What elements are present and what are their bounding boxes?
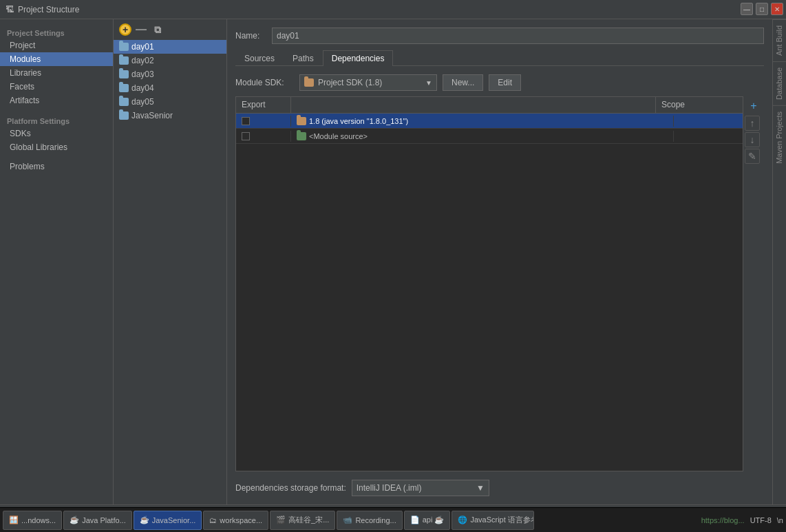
deps-cell-scope-sdk bbox=[674, 120, 743, 123]
folder-icon bbox=[119, 84, 129, 92]
right-panel-database[interactable]: Database bbox=[773, 61, 786, 105]
taskbar-label: JavaScript 语言参考... bbox=[470, 515, 534, 525]
sdk-label: Module SDK: bbox=[235, 78, 294, 87]
taskbar-item-2[interactable]: ☕ JavaSenior... bbox=[134, 511, 202, 530]
tree-item-javasenior[interactable]: JavaSenior bbox=[114, 109, 226, 123]
title-bar: 🏗 Project Structure — □ ✕ bbox=[0, 0, 786, 19]
tab-dependencies[interactable]: Dependencies bbox=[323, 50, 394, 66]
deps-row-sdk[interactable]: 1.8 (java version "1.8.0_131") bbox=[236, 114, 743, 129]
deps-header: Export Scope bbox=[236, 97, 743, 114]
sidebar-item-problems[interactable]: Problems bbox=[0, 160, 113, 173]
sidebar-item-label: Modules bbox=[10, 54, 41, 64]
deps-move-up-button[interactable]: ↑ bbox=[745, 116, 760, 131]
tree-item-day05[interactable]: day05 bbox=[114, 95, 226, 109]
tabs-row: Sources Paths Dependencies bbox=[235, 50, 764, 66]
name-row: Name: bbox=[235, 28, 764, 44]
sdk-new-button[interactable]: New... bbox=[443, 74, 483, 91]
name-input[interactable] bbox=[272, 28, 764, 44]
sidebar-item-sdks[interactable]: SDKs bbox=[0, 127, 113, 140]
content-area: Name: Sources Paths Dependencies Module … bbox=[227, 19, 772, 504]
sdk-edit-button[interactable]: Edit bbox=[489, 74, 521, 91]
remove-module-button[interactable]: — bbox=[134, 23, 148, 36]
tree-item-label: day01 bbox=[131, 42, 154, 52]
sidebar-item-libraries[interactable]: Libraries bbox=[0, 66, 113, 80]
module-toolbar: + — ⧉ bbox=[114, 19, 226, 40]
taskbar-label: Recording... bbox=[355, 516, 396, 524]
sidebar-item-modules[interactable]: Modules bbox=[0, 52, 113, 66]
deps-row-module-src[interactable]: <Module source> bbox=[236, 129, 743, 144]
deps-cell-export-sdk bbox=[236, 116, 291, 127]
sdk-dropdown-arrow: ▼ bbox=[425, 79, 432, 87]
tray-line-ending: \n bbox=[777, 516, 783, 524]
taskbar-icon: 🎬 bbox=[276, 515, 286, 524]
taskbar-icon: 🗂 bbox=[209, 516, 217, 524]
sidebar-item-label: Project bbox=[10, 41, 35, 50]
taskbar-item-4[interactable]: 🎬 高硅谷_宋... bbox=[270, 511, 335, 530]
deps-cell-scope-src bbox=[674, 135, 743, 138]
sidebar-item-label: Global Libraries bbox=[10, 142, 67, 152]
storage-dropdown-arrow: ▼ bbox=[476, 483, 485, 493]
col-export: Export bbox=[236, 97, 291, 113]
deps-add-button[interactable]: + bbox=[746, 98, 761, 114]
taskbar-item-1[interactable]: ☕ Java Platfo... bbox=[63, 511, 132, 530]
deps-cell-name-sdk: 1.8 (java version "1.8.0_131") bbox=[291, 116, 674, 127]
taskbar-item-0[interactable]: 🪟 ...ndows... bbox=[3, 511, 62, 530]
main-container: Project Settings Project Modules Librari… bbox=[0, 19, 786, 504]
taskbar: 🪟 ...ndows... ☕ Java Platfo... ☕ JavaSen… bbox=[0, 507, 786, 532]
tree-item-label: day05 bbox=[131, 97, 154, 107]
tree-item-label: day03 bbox=[131, 70, 154, 79]
folder-icon bbox=[119, 43, 129, 51]
sidebar-item-label: Artifacts bbox=[10, 96, 39, 105]
sdk-select[interactable]: Project SDK (1.8) ▼ bbox=[299, 74, 437, 91]
export-checkbox[interactable] bbox=[242, 117, 250, 125]
title-bar-icon: 🏗 bbox=[6, 5, 14, 14]
add-module-button[interactable]: + bbox=[119, 23, 131, 36]
sdk-row: Module SDK: Project SDK (1.8) ▼ New... E… bbox=[235, 74, 764, 91]
tab-paths[interactable]: Paths bbox=[284, 50, 323, 66]
tree-item-label: day04 bbox=[131, 83, 154, 93]
taskbar-item-7[interactable]: 🌐 JavaScript 语言参考... bbox=[452, 511, 534, 530]
deps-cell-name-src: <Module source> bbox=[291, 131, 674, 142]
sidebar-item-label: Facets bbox=[10, 82, 34, 92]
copy-module-button[interactable]: ⧉ bbox=[151, 23, 164, 36]
sidebar-item-label: Problems bbox=[10, 162, 45, 171]
tree-item-day01[interactable]: day01 bbox=[114, 40, 226, 54]
close-button[interactable]: ✕ bbox=[771, 3, 783, 15]
deps-table-wrapper: Export Scope 1.8 (java version "1.8. bbox=[235, 96, 764, 471]
tree-item-day04[interactable]: day04 bbox=[114, 81, 226, 95]
taskbar-icon: ☕ bbox=[140, 515, 149, 524]
storage-select[interactable]: IntelliJ IDEA (.iml) ▼ bbox=[352, 480, 489, 496]
taskbar-icon: ☕ bbox=[70, 515, 79, 524]
name-label: Name: bbox=[235, 31, 266, 41]
tray-url: https://blog... bbox=[701, 516, 745, 524]
right-panel-maven[interactable]: Maven Projects bbox=[773, 105, 786, 169]
taskbar-icon: 📄 bbox=[410, 515, 420, 524]
taskbar-item-5[interactable]: 📹 Recording... bbox=[337, 511, 402, 530]
storage-value: IntelliJ IDEA (.iml) bbox=[357, 483, 422, 493]
folder-icon bbox=[119, 56, 129, 65]
separator bbox=[0, 107, 113, 113]
tab-sources[interactable]: Sources bbox=[235, 50, 284, 66]
export-checkbox-src[interactable] bbox=[242, 132, 250, 140]
minimize-button[interactable]: — bbox=[741, 3, 753, 15]
sidebar-item-global-libraries[interactable]: Global Libraries bbox=[0, 140, 113, 154]
right-panel-ant-build[interactable]: Ant Build bbox=[773, 19, 786, 61]
sidebar-item-artifacts[interactable]: Artifacts bbox=[0, 94, 113, 107]
sdk-folder-icon bbox=[304, 78, 314, 87]
taskbar-label: api ☕ bbox=[423, 515, 445, 524]
sidebar-item-label: SDKs bbox=[10, 129, 31, 138]
taskbar-item-6[interactable]: 📄 api ☕ bbox=[404, 511, 451, 530]
deps-move-down-button[interactable]: ↓ bbox=[745, 132, 760, 147]
maximize-button[interactable]: □ bbox=[756, 3, 768, 15]
sidebar-item-facets[interactable]: Facets bbox=[0, 80, 113, 94]
sdk-folder-icon-small bbox=[297, 117, 306, 125]
tree-item-day03[interactable]: day03 bbox=[114, 67, 226, 81]
deps-edit-button[interactable]: ✎ bbox=[745, 149, 760, 164]
taskbar-label: JavaSenior... bbox=[152, 516, 196, 524]
tree-item-day02[interactable]: day02 bbox=[114, 54, 226, 67]
taskbar-label: ...ndows... bbox=[21, 516, 56, 524]
sidebar-item-project[interactable]: Project bbox=[0, 39, 113, 52]
taskbar-label: 高硅谷_宋... bbox=[288, 515, 329, 525]
separator2 bbox=[0, 154, 113, 160]
taskbar-item-3[interactable]: 🗂 workspace... bbox=[203, 511, 268, 530]
